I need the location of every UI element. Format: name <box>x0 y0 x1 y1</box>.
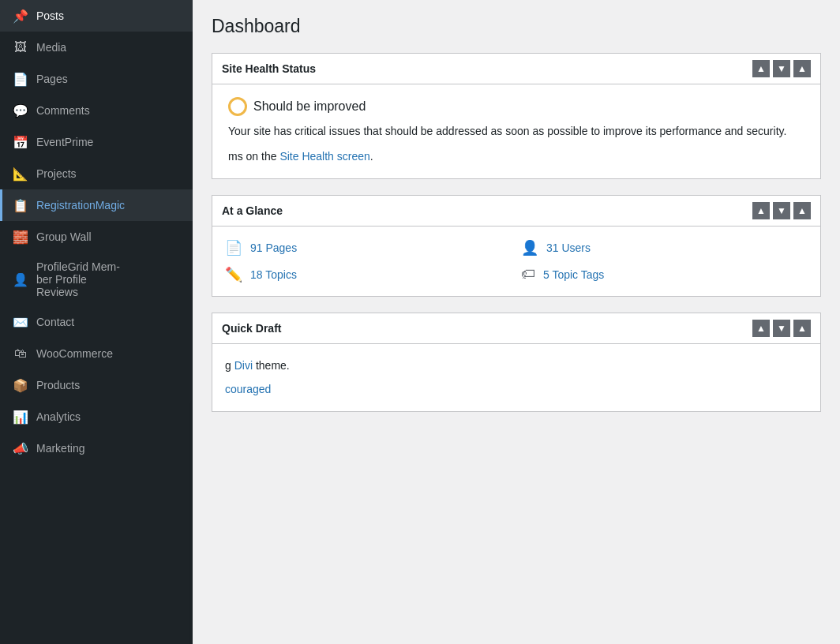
health-status-label: Should be improved <box>228 97 804 116</box>
sidebar-item-analytics[interactable]: 📊 Analytics <box>0 401 193 432</box>
site-health-title: Site Health Status <box>222 62 316 75</box>
groupwall-icon: 🧱 <box>13 229 28 245</box>
health-status-text: Should be improved <box>253 99 366 114</box>
main-content: Dashboard Site Health Status ▲ ▼ ▲ Shoul… <box>193 0 840 644</box>
sidebar-item-products[interactable]: 📦 Products <box>0 369 193 401</box>
users-stat-icon: 👤 <box>521 239 538 256</box>
quick-draft-widget: Quick Draft ▲ ▼ ▲ g Divi theme. couraged <box>212 313 821 412</box>
site-health-widget-header: Site Health Status ▲ ▼ ▲ <box>212 54 820 84</box>
at-glance-title: At a Glance <box>222 204 283 217</box>
widget-collapse-up-button[interactable]: ▲ <box>752 60 770 77</box>
site-health-body: Should be improved Your site has critica… <box>212 84 820 178</box>
sidebar-item-label: Pages <box>36 73 68 85</box>
projects-icon: 📐 <box>13 166 28 182</box>
page-title: Dashboard <box>212 16 821 37</box>
pages-stat-icon: 📄 <box>225 239 242 256</box>
quick-draft-controls: ▲ ▼ ▲ <box>752 320 811 337</box>
widget-close-button[interactable]: ▲ <box>793 60 811 77</box>
topics-stat-link[interactable]: 18 Topics <box>250 268 297 281</box>
users-stat-link[interactable]: 31 Users <box>546 242 591 254</box>
sidebar-item-groupwall[interactable]: 🧱 Group Wall <box>0 221 193 253</box>
sidebar-item-registrationmagic[interactable]: 📋 RegistrationMagic All Forms Inbox Cust… <box>0 189 193 221</box>
sidebar-item-label: Media <box>36 41 66 54</box>
divi-theme-link[interactable]: Divi <box>234 359 253 372</box>
stat-pages: 📄 91 Pages <box>225 239 512 256</box>
sidebar-item-media[interactable]: 🖼 Media <box>0 32 193 63</box>
stats-grid: 📄 91 Pages 👤 31 Users ✏️ 18 Topics 🏷 5 T… <box>212 227 820 296</box>
sidebar-item-label: ProfileGrid Mem-ber ProfileReviews <box>36 260 120 298</box>
eventprime-icon: 📅 <box>13 134 28 150</box>
health-circle-icon <box>228 97 247 116</box>
health-description: Your site has critical issues that shoul… <box>228 122 804 140</box>
products-icon: 📦 <box>13 377 28 393</box>
sidebar-item-label: Group Wall <box>36 230 92 243</box>
sidebar-item-label: EventPrime <box>36 136 93 148</box>
theme-info-body: g Divi theme. couraged <box>212 344 820 411</box>
topics-stat-icon: ✏️ <box>225 266 242 283</box>
quick-draft-down-button[interactable]: ▼ <box>773 320 790 337</box>
woocommerce-icon: 🛍 <box>13 346 28 361</box>
registrationmagic-icon: 📋 <box>13 197 28 213</box>
discouraged-link[interactable]: couraged <box>225 383 271 395</box>
sidebar-item-label: RegistrationMagic <box>36 199 125 212</box>
topic-tags-stat-link[interactable]: 5 Topic Tags <box>543 268 604 281</box>
at-glance-widget: At a Glance ▲ ▼ ▲ 📄 91 Pages 👤 31 Users … <box>212 195 821 297</box>
discouraged-text: couraged <box>225 380 808 398</box>
sidebar-item-woocommerce[interactable]: 🛍 WooCommerce <box>0 338 193 369</box>
sidebar-item-eventprime[interactable]: 📅 EventPrime <box>0 126 193 158</box>
site-health-link[interactable]: Site Health screen <box>279 150 369 163</box>
sidebar-item-posts[interactable]: 📌 Posts <box>0 0 193 32</box>
stat-users: 👤 31 Users <box>521 239 808 256</box>
sidebar-item-label: Marketing <box>36 442 84 455</box>
posts-icon: 📌 <box>13 8 28 24</box>
health-link-text: ms on the Site Health screen. <box>228 148 804 165</box>
media-icon: 🖼 <box>13 39 28 55</box>
sidebar-item-label: Projects <box>36 167 77 180</box>
topic-tags-stat-icon: 🏷 <box>521 266 535 283</box>
sidebar-item-label: Comments <box>36 104 90 117</box>
at-glance-controls: ▲ ▼ ▲ <box>752 202 811 219</box>
sidebar-item-comments[interactable]: 💬 Comments <box>0 95 193 126</box>
at-glance-header: At a Glance ▲ ▼ ▲ <box>212 196 820 227</box>
at-glance-close-button[interactable]: ▲ <box>793 202 811 219</box>
pages-stat-link[interactable]: 91 Pages <box>250 242 297 254</box>
marketing-icon: 📣 <box>13 440 28 456</box>
profilegrid-icon: 👤 <box>13 271 28 287</box>
sidebar-item-pages[interactable]: 📄 Pages <box>0 63 193 95</box>
stat-topic-tags: 🏷 5 Topic Tags <box>521 266 808 283</box>
widget-collapse-down-button[interactable]: ▼ <box>773 60 790 77</box>
sidebar-item-contact[interactable]: ✉️ Contact <box>0 306 193 338</box>
quick-draft-title: Quick Draft <box>222 322 281 335</box>
stat-topics: ✏️ 18 Topics <box>225 266 512 283</box>
at-glance-down-button[interactable]: ▼ <box>773 202 790 219</box>
contact-icon: ✉️ <box>13 314 28 330</box>
analytics-icon: 📊 <box>13 409 28 425</box>
quick-draft-close-button[interactable]: ▲ <box>793 320 811 337</box>
quick-draft-up-button[interactable]: ▲ <box>752 320 770 337</box>
sidebar-item-label: WooCommerce <box>36 347 113 360</box>
sidebar-item-label: Analytics <box>36 410 81 423</box>
widget-controls: ▲ ▼ ▲ <box>752 60 811 77</box>
comments-icon: 💬 <box>13 103 28 118</box>
sidebar-item-marketing[interactable]: 📣 Marketing <box>0 432 193 464</box>
sidebar: 📌 Posts 🖼 Media 📄 Pages 💬 Comments 📅 Eve… <box>0 0 193 644</box>
sidebar-item-projects[interactable]: 📐 Projects <box>0 158 193 189</box>
theme-text: g Divi theme. <box>225 357 808 374</box>
sidebar-item-label: Posts <box>36 9 64 22</box>
pages-icon: 📄 <box>13 71 28 87</box>
sidebar-item-profilegrid[interactable]: 👤 ProfileGrid Mem-ber ProfileReviews <box>0 253 193 306</box>
sidebar-item-label: Products <box>36 379 80 391</box>
site-health-widget: Site Health Status ▲ ▼ ▲ Should be impro… <box>212 53 821 179</box>
quick-draft-header: Quick Draft ▲ ▼ ▲ <box>212 313 820 344</box>
at-glance-up-button[interactable]: ▲ <box>752 202 770 219</box>
sidebar-item-label: Contact <box>36 316 74 328</box>
